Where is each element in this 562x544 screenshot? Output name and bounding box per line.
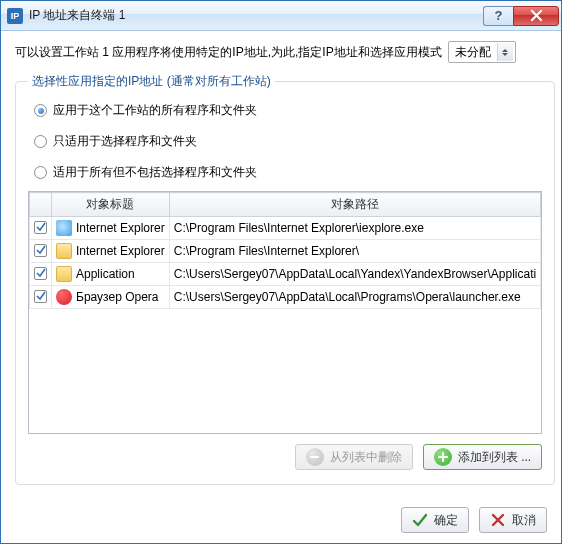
caret-up-icon xyxy=(502,49,508,52)
radio-label: 应用于这个工作站的所有程序和文件夹 xyxy=(53,102,257,119)
intro-text: 可以设置工作站 1 应用程序将使用特定的IP地址,为此,指定IP地址和选择应用模… xyxy=(15,44,442,61)
caret-down-icon xyxy=(502,53,508,56)
row-title-text: Браузер Opera xyxy=(76,290,159,304)
close-icon xyxy=(530,9,543,22)
radio-icon xyxy=(34,166,47,179)
radio-icon xyxy=(34,135,47,148)
row-title-text: Application xyxy=(76,267,135,281)
table-row[interactable]: Internet Explorer C:\Program Files\Inter… xyxy=(30,240,541,263)
content-area: 可以设置工作站 1 应用程序将使用特定的IP地址,为此,指定IP地址和选择应用模… xyxy=(1,31,561,501)
plus-icon xyxy=(434,448,452,466)
opera-icon xyxy=(56,289,72,305)
window-title: IP 地址来自终端 1 xyxy=(29,7,483,24)
folder-icon xyxy=(56,243,72,259)
cancel-button[interactable]: 取消 xyxy=(479,507,547,533)
mode-combo[interactable]: 未分配 xyxy=(448,41,516,63)
dialog-buttons: 确定 取消 xyxy=(1,501,561,543)
table-row[interactable]: Internet Explorer C:\Program Files\Inter… xyxy=(30,217,541,240)
window-buttons: ? xyxy=(483,6,559,26)
add-label: 添加到列表 ... xyxy=(458,449,531,466)
close-button[interactable] xyxy=(513,6,559,26)
row-checkbox[interactable] xyxy=(34,221,47,234)
remove-from-list-button: 从列表中删除 xyxy=(295,444,413,470)
row-path: C:\Program Files\Internet Explorer\iexpl… xyxy=(169,217,540,240)
combo-spinner[interactable] xyxy=(497,43,513,61)
remove-label: 从列表中删除 xyxy=(330,449,402,466)
minus-icon xyxy=(306,448,324,466)
titlebar: IP IP 地址来自终端 1 ? xyxy=(1,1,561,31)
help-button[interactable]: ? xyxy=(483,6,513,26)
table-row[interactable]: Браузер Opera C:\Users\Sergey07\AppData\… xyxy=(30,286,541,309)
row-path: C:\Users\Sergey07\AppData\Local\Yandex\Y… xyxy=(169,263,540,286)
dialog-window: IP IP 地址来自终端 1 ? 可以设置工作站 1 应用程序将使用特定的IP地… xyxy=(0,0,562,544)
intro-row: 可以设置工作站 1 应用程序将使用特定的IP地址,为此,指定IP地址和选择应用模… xyxy=(15,41,547,63)
list-actions: 从列表中删除 添加到列表 ... xyxy=(28,444,542,470)
radio-all-programs[interactable]: 应用于这个工作站的所有程序和文件夹 xyxy=(34,102,542,119)
col-check[interactable] xyxy=(30,193,52,217)
row-title-text: Internet Explorer xyxy=(76,221,165,235)
cancel-label: 取消 xyxy=(512,512,536,529)
row-checkbox[interactable] xyxy=(34,267,47,280)
col-path[interactable]: 对象路径 xyxy=(169,193,540,217)
cross-icon xyxy=(490,512,506,528)
group-legend: 选择性应用指定的IP地址 (通常对所有工作站) xyxy=(28,73,275,90)
check-icon xyxy=(412,512,428,528)
ip-scope-group: 选择性应用指定的IP地址 (通常对所有工作站) 应用于这个工作站的所有程序和文件… xyxy=(15,73,555,485)
radio-all-except[interactable]: 适用于所有但不包括选择程序和文件夹 xyxy=(34,164,542,181)
radio-label: 适用于所有但不包括选择程序和文件夹 xyxy=(53,164,257,181)
row-path: C:\Users\Sergey07\AppData\Local\Programs… xyxy=(169,286,540,309)
objects-table-wrap: 对象标题 对象路径 Internet Explorer C:\Program F… xyxy=(28,191,542,434)
radio-icon xyxy=(34,104,47,117)
ie-icon xyxy=(56,220,72,236)
col-title[interactable]: 对象标题 xyxy=(52,193,170,217)
ok-button[interactable]: 确定 xyxy=(401,507,469,533)
row-title-text: Internet Explorer xyxy=(76,244,165,258)
mode-combo-value: 未分配 xyxy=(455,44,497,61)
objects-table: 对象标题 对象路径 Internet Explorer C:\Program F… xyxy=(29,192,541,309)
table-row[interactable]: Application C:\Users\Sergey07\AppData\Lo… xyxy=(30,263,541,286)
app-icon: IP xyxy=(7,8,23,24)
folder-icon xyxy=(56,266,72,282)
ok-label: 确定 xyxy=(434,512,458,529)
radio-label: 只适用于选择程序和文件夹 xyxy=(53,133,197,150)
radio-only-selected[interactable]: 只适用于选择程序和文件夹 xyxy=(34,133,542,150)
row-checkbox[interactable] xyxy=(34,290,47,303)
row-path: C:\Program Files\Internet Explorer\ xyxy=(169,240,540,263)
add-to-list-button[interactable]: 添加到列表 ... xyxy=(423,444,542,470)
row-checkbox[interactable] xyxy=(34,244,47,257)
